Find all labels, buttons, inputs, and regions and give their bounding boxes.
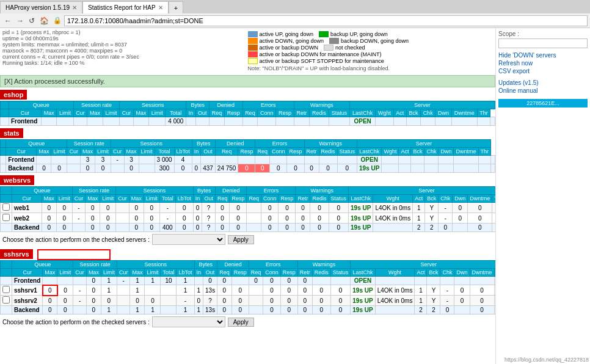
v: 0 xyxy=(43,306,57,315)
v xyxy=(373,224,413,232)
v xyxy=(454,277,470,285)
stats-chk: Chk xyxy=(424,148,439,156)
status-message: [X] Action processed successfully. xyxy=(0,75,495,87)
v: - xyxy=(439,203,453,213)
csv-export-link[interactable]: CSV export xyxy=(498,68,588,75)
v xyxy=(454,306,470,315)
websrvs-apply-button[interactable]: Apply xyxy=(228,235,254,244)
ssh-srv1-lchk: L4OK in 0ms xyxy=(375,285,415,296)
ws-web1-status: 19s UP xyxy=(349,203,373,213)
eshop-frontend-row: Frontend 4 000 xyxy=(1,117,495,126)
th-bck: Bck xyxy=(406,109,420,117)
ws-th-warnings: Warnings xyxy=(296,187,349,195)
stats-s-tot: Total xyxy=(155,148,174,156)
v: 0 xyxy=(95,164,111,173)
v: 0 xyxy=(453,213,468,224)
stats-th-bytes: Bytes xyxy=(192,140,215,148)
v xyxy=(73,306,87,315)
eshop-fe-eres xyxy=(294,117,309,126)
v: 0 xyxy=(263,296,281,306)
v xyxy=(43,277,57,285)
v xyxy=(161,285,177,296)
home-button[interactable]: 🏠 xyxy=(38,16,51,25)
ssh-srv1-cb[interactable] xyxy=(1,285,12,296)
url-bar[interactable] xyxy=(64,15,588,26)
v xyxy=(238,156,255,164)
legend-text-3: active DOWN, going down xyxy=(260,38,324,44)
stats-e-conn: Conn xyxy=(269,148,287,156)
v xyxy=(111,164,125,173)
back-button[interactable]: ← xyxy=(2,16,13,25)
v: 0 xyxy=(129,203,144,213)
ssh-s-max: Max xyxy=(130,269,145,277)
v xyxy=(411,156,424,164)
online-manual-link[interactable]: Online manual xyxy=(498,87,588,94)
v: 3 000 xyxy=(155,156,174,164)
v: 1 xyxy=(177,306,194,315)
ssh-be-status: 19s UP xyxy=(351,306,375,315)
v: 0 xyxy=(319,164,337,173)
v: 0 xyxy=(310,203,329,213)
tab-statistics[interactable]: Statistics Report for HAP ✕ xyxy=(82,1,169,13)
refresh-button[interactable]: ↺ xyxy=(27,16,37,25)
sshsrvs-backend-row: Backend 00 01 1111 13s0 0 000 00 19s UP … xyxy=(1,306,496,315)
v: 0 xyxy=(86,306,101,315)
stats-th-warnings: Warnings xyxy=(304,140,357,148)
v: 13s xyxy=(203,306,217,315)
ws-th-errors: Errors xyxy=(247,187,296,195)
v xyxy=(249,296,263,306)
th-warnings: Warnings xyxy=(294,101,349,109)
scope-input[interactable] xyxy=(498,38,588,48)
ssh-srv2-cb[interactable] xyxy=(1,296,12,306)
stats-sr-cur: Cur xyxy=(67,148,81,156)
v xyxy=(439,156,454,164)
v xyxy=(424,156,439,164)
refresh-now-link[interactable]: Refresh now xyxy=(498,60,588,67)
v: 10 xyxy=(161,277,177,285)
v xyxy=(57,277,73,285)
th-bytes: Bytes xyxy=(186,101,209,109)
eshop-fe-s-cur xyxy=(133,117,148,126)
stats-be-cb xyxy=(1,164,6,173)
tab-bar: HAProxy version 1.5.19 ✕ Statistics Repo… xyxy=(0,0,590,13)
v: - xyxy=(117,277,130,285)
stats-bck: Bck xyxy=(411,148,424,156)
th-lastchk: LastChk xyxy=(350,109,376,117)
ssh-b-out: Out xyxy=(203,269,217,277)
sshsrvs-action-select[interactable] xyxy=(152,316,225,327)
v: 0 xyxy=(129,213,144,224)
ssh-be-cb xyxy=(1,306,12,315)
ws-web1-lchk: L4OK in 0ms xyxy=(373,203,413,213)
v: 0 xyxy=(144,203,159,213)
th-server: Server xyxy=(350,101,495,109)
forward-button[interactable]: → xyxy=(15,16,26,25)
v: 0 xyxy=(217,306,232,315)
sshsrvs-highlight-box xyxy=(37,249,111,260)
stats-q-lim: Limit xyxy=(51,148,67,156)
v: 0 xyxy=(231,285,249,296)
ws-th-sessions: Sessions xyxy=(116,187,194,195)
system-info: pid = 1 (process #1, nbproc = 1) uptime … xyxy=(2,29,247,73)
ws-web2-cb[interactable] xyxy=(1,213,12,224)
hide-down-servers-link[interactable]: Hide 'DOWN' servers xyxy=(498,52,588,59)
ws-q-max: Max xyxy=(42,195,56,203)
ws-web1-cb[interactable] xyxy=(1,203,12,213)
v xyxy=(51,156,67,164)
v: 1 xyxy=(130,306,145,315)
sshsrvs-apply-button[interactable]: Apply xyxy=(228,318,254,327)
tab-haproxy[interactable]: HAProxy version 1.5.19 ✕ xyxy=(0,1,82,13)
v: 0 xyxy=(230,203,247,213)
v: 0 xyxy=(100,224,116,232)
v: 0 xyxy=(329,213,349,224)
v xyxy=(287,156,304,164)
v: Y xyxy=(427,296,440,306)
updates-link[interactable]: Updates (v1.5) xyxy=(498,79,588,86)
tab-statistics-close[interactable]: ✕ xyxy=(158,4,163,11)
tab-new[interactable]: + xyxy=(169,1,183,13)
nav-bar: ← → ↺ 🏠 🔒 xyxy=(0,13,590,28)
v xyxy=(439,164,454,173)
tab-haproxy-close[interactable]: ✕ xyxy=(72,4,77,11)
ws-th-sr: Session rate xyxy=(72,187,116,195)
v xyxy=(201,156,216,164)
websrvs-action-select[interactable] xyxy=(152,234,225,245)
